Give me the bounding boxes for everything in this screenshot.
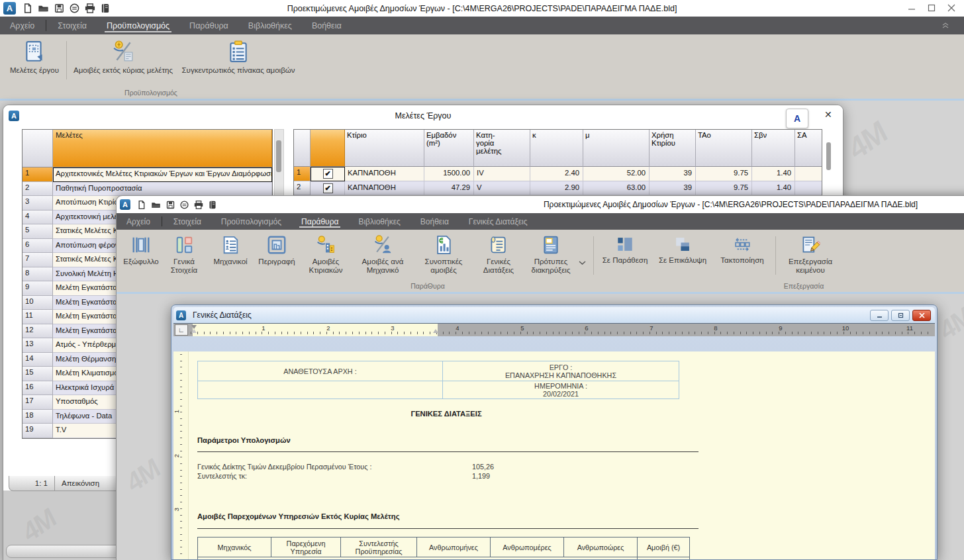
ribbon-button-meletes-ergou[interactable]: Μελέτες έργου [5,34,64,90]
col-header-m[interactable]: μ [583,130,650,167]
doc-restore-button[interactable] [891,310,910,321]
ribbon-button-exofyllo[interactable]: Εξώφυλλο [120,230,162,284]
close-button[interactable] [941,1,961,15]
cell-katigoria[interactable]: V [474,181,530,196]
cell-svn[interactable]: 1.40 [752,181,795,196]
menu-archeio[interactable]: Αρχείο [117,213,160,230]
col-header-katigoria[interactable]: Κατη- γορία μελέτης [474,130,530,167]
cell-tao[interactable]: 9.75 [696,181,752,196]
ribbon-button-michanikoi[interactable]: Μηχανικοί [207,230,254,284]
row-number[interactable]: 16 [23,381,53,396]
cell-tao[interactable]: 9.75 [696,167,752,181]
ribbon-button-sygkentrotikos[interactable]: Συγκεντρωτικός πίνακας αμοιβών [177,34,300,90]
ribbon-button-protypes-diakiryxeis[interactable]: Πρότυπες διακηρύξεις [523,230,579,284]
cell-k[interactable]: 2.40 [530,167,583,181]
close-icon[interactable]: ✕ [824,109,832,120]
new-document-icon[interactable] [22,3,33,14]
indent-marker-right[interactable] [433,329,438,333]
cell-katigoria[interactable]: IV [474,167,530,181]
ribbon-button-se-parathesi[interactable]: Σε Παράθεση [597,230,653,284]
col-header-xrisi[interactable]: Χρήση Κτιρίου [650,130,696,167]
print-preview-icon[interactable] [69,3,80,14]
ribbon-button-se-epikalypsi[interactable]: Σε Επικάλυψη [653,230,712,284]
save-icon[interactable] [166,200,175,210]
cell-m[interactable]: 63.00 [583,181,650,196]
ribbon-button-synoptikes-amoives[interactable]: Συνοπτικές αμοιβές [413,230,474,284]
ribbon-button-amoives-ana-michaniko[interactable]: Αμοιβές ανά Μηχανικό [352,230,413,284]
col-header-tao[interactable]: ΤΑο [696,130,752,167]
row-number[interactable]: 1 [294,167,311,181]
row-number[interactable]: 14 [23,353,53,367]
col-header-sa[interactable]: ΣΑ [795,130,822,167]
include-checkbox[interactable]: ✔ [311,181,345,196]
right-table-scrollbar[interactable] [826,142,831,170]
row-number[interactable]: 2 [23,182,53,197]
cell-m[interactable]: 52.00 [583,167,650,181]
ribbon-button-amoives-ktiriakon[interactable]: Αμοιβές Κτιριακών [299,230,352,284]
indent-marker-left[interactable] [191,325,197,333]
checkbox-column-header[interactable] [311,130,345,167]
col-header-svn[interactable]: Σβν [752,130,795,167]
col-header-emvadon[interactable]: Εμβαδόν (m²) [424,130,474,167]
cell-sa[interactable] [795,181,822,196]
cell-ktirio[interactable]: ΚΑΠΝΑΠΟΘΗ [345,167,424,181]
ribbon-button-genikes-diataxeis[interactable]: Γενικές Διατάξεις [474,230,523,284]
ribbon-button-taktopoiisi[interactable]: Τακτοποίηση [712,230,773,284]
cell-emvadon[interactable]: 1500.00 [424,167,474,181]
study-row[interactable]: Παθητική Πυροπροστασία [53,182,272,197]
row-number[interactable]: 1 [23,167,53,182]
menu-stoicheia[interactable]: Στοιχεία [164,213,211,230]
row-number[interactable]: 6 [23,239,53,254]
menu-parathyra[interactable]: Παράθυρα [291,213,348,230]
font-button[interactable]: A [786,109,808,128]
menu-archeio[interactable]: Αρχείο [0,17,44,34]
print-icon[interactable] [84,3,96,14]
cell-ktirio[interactable]: ΚΑΠΝΑΠΟΘΗ [345,181,424,196]
doc-close-button[interactable] [912,310,931,321]
menu-vivliothikes[interactable]: Βιβλιοθήκες [238,17,302,34]
row-number[interactable]: 7 [23,253,53,267]
menu-proypologismos[interactable]: Προϋπολογισμός [97,17,179,34]
ribbon-button-perigrafi[interactable]: Περιγραφή [254,230,299,284]
ribbon-button-amoives-ektos[interactable]: Αμοιβές εκτός κύριας μελέτης [70,34,177,90]
row-number[interactable]: 19 [23,424,53,438]
menu-stoicheia[interactable]: Στοιχεία [48,17,97,34]
row-number[interactable]: 12 [23,324,53,339]
cell-svn[interactable]: 1.40 [752,167,795,181]
open-folder-icon[interactable] [150,200,162,210]
menu-vivliothikes[interactable]: Βιβλιοθήκες [348,213,410,230]
menu-voitheia[interactable]: Βοήθεια [410,213,459,230]
cell-sa[interactable] [795,167,822,181]
tab-selector[interactable]: ∟ [175,324,188,336]
row-number[interactable]: 4 [23,210,53,225]
menu-proypologismos[interactable]: Προϋπολογισμός [211,213,291,230]
study-row[interactable]: Αρχιτεκτονικές Μελέτες Κτιριακών Έργων κ… [53,167,272,182]
collapse-ribbon-icon[interactable] [941,22,949,28]
cell-k[interactable]: 2.90 [530,181,583,196]
menu-genikes-diataxeis[interactable]: Γενικές Διατάξεις [459,213,538,230]
minimize-button[interactable] [902,1,922,15]
col-header-k[interactable]: κ [530,130,583,167]
save-icon[interactable] [54,3,65,14]
row-number[interactable]: 10 [23,296,53,310]
ribbon-button-epexergasia-keimenou[interactable]: Επεξεργασία κειμένου [779,230,842,284]
row-number[interactable]: 13 [23,338,53,353]
cell-emvadon[interactable]: 47.29 [424,181,474,196]
cell-xrisi[interactable]: 39 [650,167,696,181]
document-page[interactable]: ΑΝΑΘΕΤΟΥΣΑ ΑΡΧΗ : ΕΡΓΟ :ΕΠΑΝΑΧΡΗΣΗ ΚΑΠΝΑ… [189,351,935,559]
col-header-ktirio[interactable]: Κτίριο [345,130,424,167]
row-number[interactable]: 8 [23,267,53,282]
row-number[interactable]: 2 [294,181,311,196]
new-document-icon[interactable] [136,200,146,210]
print-preview-icon[interactable] [179,200,189,210]
print-icon[interactable] [193,200,204,210]
menu-voitheia[interactable]: Βοήθεια [302,17,352,34]
library-icon[interactable] [100,3,111,14]
menu-parathyra[interactable]: Παράθυρα [179,17,238,34]
ribbon-button-genika-stoicheia[interactable]: Γενικά Στοιχεία [162,230,207,284]
row-number[interactable]: 3 [23,196,53,210]
scale-tab[interactable]: 1: 1 [9,476,55,490]
row-number[interactable]: 5 [23,224,53,239]
row-number[interactable]: 9 [23,281,53,296]
maximize-button[interactable] [922,1,941,15]
